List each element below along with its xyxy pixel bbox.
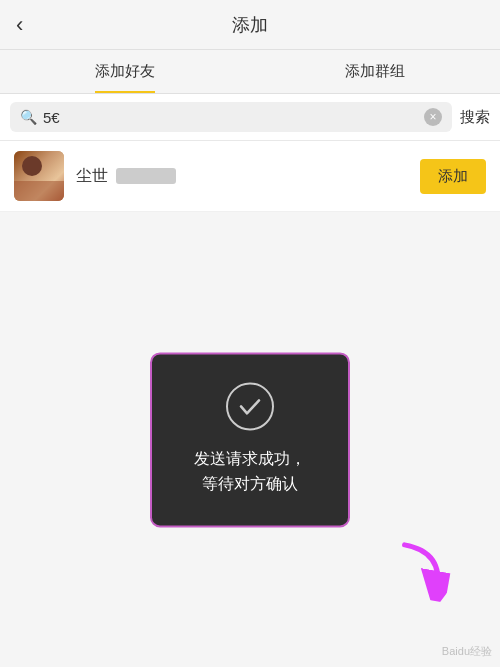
avatar [14, 151, 64, 201]
search-input-wrap: 🔍 × [10, 102, 452, 132]
tab-add-friends[interactable]: 添加好友 [0, 50, 250, 93]
check-icon-circle [226, 382, 274, 430]
user-name: 尘世 [76, 166, 408, 187]
clear-button[interactable]: × [424, 108, 442, 126]
name-blur [116, 168, 176, 184]
add-user-button[interactable]: 添加 [420, 159, 486, 194]
app-container: ‹ 添加 添加好友 添加群组 🔍 × 搜索 尘世 添加 [0, 0, 500, 667]
tab-add-group[interactable]: 添加群组 [250, 50, 500, 93]
user-result-item: 尘世 添加 [0, 141, 500, 212]
tabs-bar: 添加好友 添加群组 [0, 50, 500, 94]
search-input[interactable] [43, 109, 418, 126]
search-button[interactable]: 搜索 [460, 108, 490, 127]
search-icon: 🔍 [20, 109, 37, 125]
main-area: 发送请求成功， 等待对方确认 Baidu经验 [0, 212, 500, 667]
toast-message: 发送请求成功， 等待对方确认 [188, 446, 312, 497]
toast-popup: 发送请求成功， 等待对方确认 [150, 352, 350, 527]
check-icon [236, 392, 264, 420]
back-button[interactable]: ‹ [16, 12, 23, 38]
pink-arrow-icon [384, 533, 455, 611]
page-title: 添加 [232, 13, 268, 37]
avatar-image [14, 151, 64, 201]
watermark: Baidu经验 [442, 644, 492, 659]
header: ‹ 添加 [0, 0, 500, 50]
search-bar: 🔍 × 搜索 [0, 94, 500, 141]
